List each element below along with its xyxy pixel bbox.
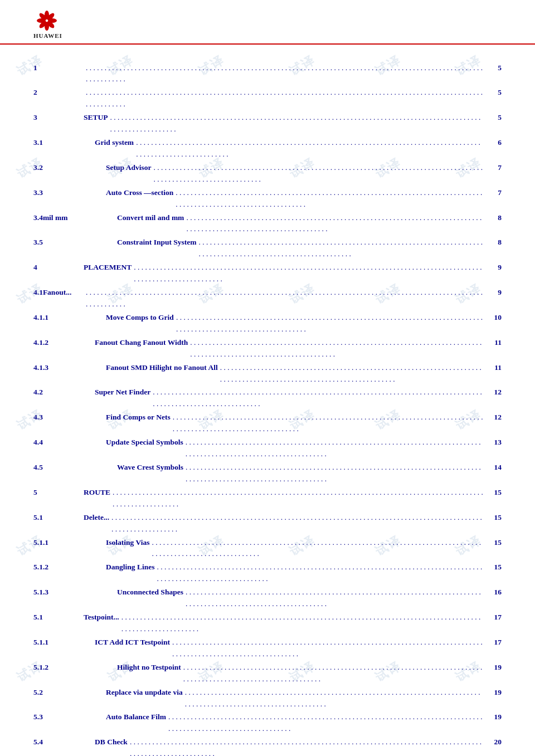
toc-num: 3.1 [33, 137, 95, 149]
toc-dots: . . . . . . . . . . . . . . . . . . . . … [149, 537, 486, 560]
toc-row: 4.1Fanout... . . . . . . . . . . . . . .… [33, 286, 502, 311]
toc-dots: . . . . . . . . . . . . . . . . . . . . … [183, 587, 486, 610]
toc-dots: . . . . . . . . . . . . . . . . . . . . … [84, 287, 486, 310]
toc-row: 2 . . . . . . . . . . . . . . . . . . . … [33, 86, 502, 111]
toc-title: Constraint Input System [117, 237, 197, 248]
toc-row: 4.1.2Fanout Chang Fanout Width . . . . .… [33, 336, 502, 361]
toc-page: 5 [486, 62, 502, 74]
toc-num: 5.1.2 [33, 662, 117, 674]
toc-dots: . . . . . . . . . . . . . . . . . . . . … [134, 137, 486, 160]
toc-dots: . . . . . . . . . . . . . . . . . . . . … [171, 412, 486, 435]
toc-num: 3.3 [33, 187, 106, 199]
toc-dots: . . . . . . . . . . . . . . . . . . . . … [110, 487, 486, 510]
toc-row: 4.2Super Net Finder . . . . . . . . . . … [33, 386, 502, 411]
toc-page: 11 [486, 362, 502, 374]
toc-page: 16 [486, 587, 502, 598]
toc-page: 13 [486, 437, 502, 448]
toc-row: 5.3Auto Balance Film . . . . . . . . . .… [33, 711, 502, 736]
toc-dots: . . . . . . . . . . . . . . . . . . . . … [184, 212, 486, 236]
toc-row: 4.1.3Fanout SMD Hilight no Fanout All . … [33, 361, 502, 386]
toc-title: Hilight no Testpoint [117, 662, 181, 674]
toc-page: 17 [486, 637, 502, 648]
toc-page: 7 [486, 187, 502, 199]
toc-row: 5.1.2Hilight no Testpoint . . . . . . . … [33, 661, 502, 686]
toc-title: ROUTE [84, 487, 110, 499]
toc-num: 1 [33, 62, 84, 74]
toc-title: Dangling Lines [106, 562, 154, 573]
toc-row: 5.1Delete... . . . . . . . . . . . . . .… [33, 511, 502, 536]
toc-page: 8 [486, 237, 502, 248]
toc-dots: . . . . . . . . . . . . . . . . . . . . … [154, 562, 486, 585]
toc-dots: . . . . . . . . . . . . . . . . . . . . … [150, 387, 486, 410]
toc-page: 11 [486, 337, 502, 349]
toc-dots: . . . . . . . . . . . . . . . . . . . . … [218, 362, 486, 386]
toc-num: 5.1.3 [33, 587, 117, 598]
toc-dots: . . . . . . . . . . . . . . . . . . . . … [174, 312, 486, 335]
toc-row: 3.1Grid system . . . . . . . . . . . . .… [33, 136, 502, 162]
toc-page: 15 [486, 487, 502, 499]
toc-num: 4.2 [33, 387, 95, 398]
toc-num: 5.1.1 [33, 637, 95, 648]
toc-title: SETUP [84, 112, 108, 124]
toc-page: 17 [486, 612, 502, 623]
toc-row: 4.4Update Special Symbols . . . . . . . … [33, 436, 502, 461]
toc-title: Wave Crest Symbols [117, 462, 183, 474]
toc-page: 14 [486, 462, 502, 474]
toc-title: Move Comps to Grid [106, 312, 174, 324]
toc-num: 3.5 [33, 237, 117, 248]
toc-row: 3SETUP . . . . . . . . . . . . . . . . .… [33, 111, 502, 136]
toc-page: 5 [486, 87, 502, 99]
toc-title: Auto Cross —section [106, 187, 173, 199]
toc-dots: . . . . . . . . . . . . . . . . . . . . … [197, 237, 486, 260]
toc-row: 3.2Setup Advisor . . . . . . . . . . . .… [33, 161, 502, 186]
toc-row: 5.1Testpoint... . . . . . . . . . . . . … [33, 611, 502, 636]
toc-row: 5.1.3Unconnected Shapes . . . . . . . . … [33, 586, 502, 611]
toc-page: 20 [486, 737, 502, 748]
toc-dots: . . . . . . . . . . . . . . . . . . . . … [84, 87, 486, 110]
toc-title: Replace via unpdate via [106, 687, 183, 699]
toc-dots: . . . . . . . . . . . . . . . . . . . . … [84, 62, 486, 86]
toc-page: 12 [486, 412, 502, 423]
toc-row: 5.1.1ICT Add ICT Testpoint . . . . . . .… [33, 636, 502, 661]
toc-dots: . . . . . . . . . . . . . . . . . . . . … [183, 437, 486, 460]
toc-row: 4PLACEMENT . . . . . . . . . . . . . . .… [33, 261, 502, 286]
toc-title: Fanout SMD Hilight no Fanout All [106, 362, 218, 374]
toc-page: 9 [486, 262, 502, 274]
toc-container: 1 . . . . . . . . . . . . . . . . . . . … [33, 61, 502, 756]
toc-page: 5 [486, 112, 502, 124]
toc-num: 5.1.2 [33, 562, 106, 573]
toc-title: Fanout Chang Fanout Width [95, 337, 188, 349]
toc-title: Find Comps or Nets [106, 412, 171, 423]
toc-title: PLACEMENT [84, 262, 132, 274]
toc-title: Delete... [84, 512, 109, 524]
toc-dots: . . . . . . . . . . . . . . . . . . . . … [119, 612, 486, 635]
toc-title: Isolating Vias [106, 537, 149, 549]
toc-row: 5.1.2Dangling Lines . . . . . . . . . . … [33, 561, 502, 586]
toc-row: 5ROUTE . . . . . . . . . . . . . . . . .… [33, 486, 502, 511]
toc-num: 3 [33, 112, 84, 124]
toc-title: ICT Add ICT Testpoint [95, 637, 170, 648]
toc-title: Grid system [95, 137, 134, 149]
toc-row: 4.5Wave Crest Symbols . . . . . . . . . … [33, 461, 502, 486]
toc-dots: . . . . . . . . . . . . . . . . . . . . … [109, 512, 486, 535]
logo-text: HUAWEI [33, 32, 62, 39]
toc-row: 4.1.1Move Comps to Grid . . . . . . . . … [33, 311, 502, 336]
toc-dots: . . . . . . . . . . . . . . . . . . . . … [181, 662, 486, 685]
toc-num: 4.5 [33, 462, 117, 474]
toc-dots: . . . . . . . . . . . . . . . . . . . . … [151, 162, 486, 186]
toc-row: 5.1.1Isolating Vias . . . . . . . . . . … [33, 536, 502, 561]
toc-num: 5.2 [33, 687, 106, 699]
toc-dots: . . . . . . . . . . . . . . . . . . . . … [166, 711, 486, 735]
toc-page: 15 [486, 537, 502, 549]
toc-page: 9 [486, 287, 502, 299]
toc-page: 7 [486, 162, 502, 174]
toc-dots: . . . . . . . . . . . . . . . . . . . . … [173, 187, 486, 211]
toc-row: 3.5Constraint Input System . . . . . . .… [33, 236, 502, 261]
toc-title: Setup Advisor [106, 162, 151, 174]
toc-row: 4.3Find Comps or Nets . . . . . . . . . … [33, 411, 502, 436]
toc-num: 5 [33, 487, 84, 499]
toc-page: 15 [486, 562, 502, 573]
toc-dots: . . . . . . . . . . . . . . . . . . . . … [183, 462, 486, 485]
toc-num: 4.3 [33, 412, 106, 423]
toc-num: 5.1.1 [33, 537, 106, 549]
